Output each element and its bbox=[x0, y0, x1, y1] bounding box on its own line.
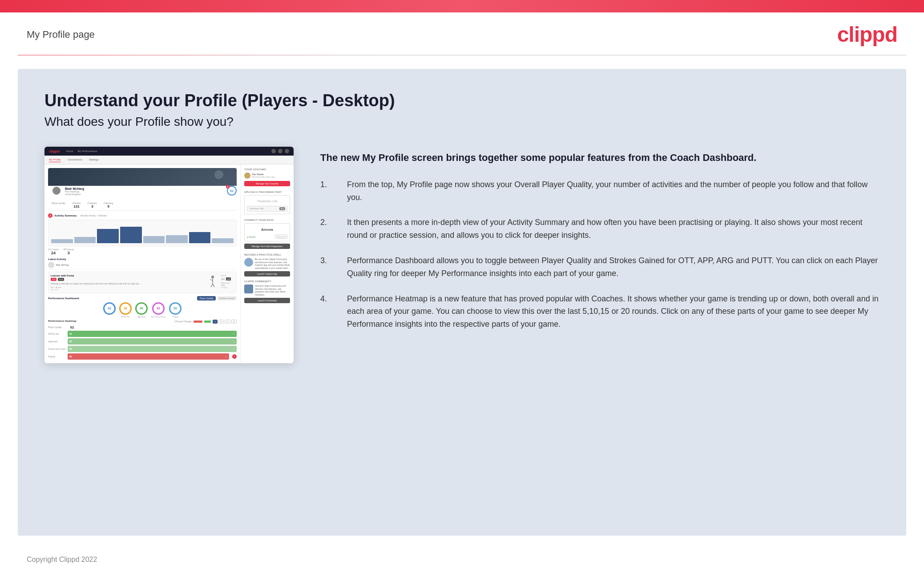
list-item-3-text: Performance Dashboard allows you to togg… bbox=[347, 254, 880, 280]
mock-heatmap-putt-bar-text: 96 bbox=[69, 355, 72, 358]
mock-ring-90[interactable]: 90 bbox=[119, 302, 132, 315]
mock-nav-icon-3 bbox=[285, 149, 289, 153]
mock-round-15[interactable]: 15 bbox=[225, 320, 230, 324]
mock-toggle-sg[interactable]: Strokes Gained bbox=[217, 296, 237, 301]
mock-5round-label: 5 Round Change: bbox=[174, 320, 192, 323]
mock-bar-1 bbox=[51, 239, 73, 243]
mock-ring-96-label: Putting bbox=[169, 316, 182, 318]
mock-toggle-btns: Player Quality Strokes Gained bbox=[197, 296, 237, 301]
mock-nav-home: Home bbox=[66, 150, 73, 152]
mock-heatmap-row-ott: Off the Tee 90 ↑↓ bbox=[48, 331, 237, 337]
mock-heatmap-title: Performance Heatmap bbox=[48, 320, 77, 322]
mock-community-title: Clippd Community bbox=[244, 280, 290, 283]
mock-disconnect-btn[interactable]: Disconnect bbox=[275, 235, 287, 239]
mock-ring-86[interactable]: 86 bbox=[152, 302, 165, 315]
mock-ring-app: 85 Approach bbox=[135, 302, 148, 318]
mock-round-5[interactable]: 5 bbox=[213, 320, 217, 324]
mock-heatmap-pq-value: 92 bbox=[68, 325, 77, 329]
mock-courses-row: On Course 24 Off Course 3 bbox=[48, 248, 237, 255]
mock-coach-item: Dan Davies Burnhopside Golf Club bbox=[244, 172, 290, 179]
mock-nav-performance: My Performance bbox=[78, 150, 97, 152]
mock-ring-90-label: Off the Tee bbox=[119, 316, 132, 318]
footer: Copyright Clippd 2022 bbox=[0, 549, 924, 570]
mock-lesson-image-count: 1 Image bbox=[221, 286, 234, 288]
mock-on-course-value: 24 bbox=[48, 251, 59, 255]
mock-activity-text-1: Blair McHarg bbox=[56, 264, 69, 266]
mock-lesson-lesson-label: Lesson bbox=[221, 274, 234, 276]
mock-arccos-logo: Arccos bbox=[247, 226, 287, 233]
mock-heatmap-app-bar: 85 ↑↓ bbox=[68, 338, 237, 345]
mock-trackman-add-btn[interactable]: Add bbox=[279, 207, 285, 210]
mock-heatmap-row-app: Approach 85 ↑↓ bbox=[48, 338, 237, 345]
mock-ring-85-label: Approach bbox=[135, 316, 148, 318]
mock-heatmap-putt-label: Putting bbox=[48, 355, 66, 358]
mock-lesson-right: Lesson golf golf Videos and Video 1 Imag… bbox=[221, 274, 234, 291]
mock-stat-following-value: 5 bbox=[104, 204, 113, 208]
mock-bar-3 bbox=[97, 229, 119, 243]
mock-round-10[interactable]: 10 bbox=[218, 320, 224, 324]
mock-location: United Kingdom bbox=[65, 193, 223, 196]
mock-nav-links: Home My Performance bbox=[66, 150, 265, 152]
mock-activity-title: Activity Summary bbox=[54, 214, 77, 217]
top-bar bbox=[0, 0, 924, 12]
logo: clippd bbox=[837, 22, 897, 47]
mock-manage-integrations-btn[interactable]: Manage Your Data Integrations bbox=[244, 244, 290, 249]
mock-ring-arg: 86 Around the Green bbox=[151, 302, 165, 318]
mock-ring-92[interactable]: 92 bbox=[103, 302, 116, 315]
mock-community-desc: Visit the Clippd Community and discover … bbox=[255, 284, 290, 296]
mock-subnav-myprofile: My Profile bbox=[49, 157, 61, 162]
mock-community-thumb bbox=[244, 284, 253, 293]
mock-trackman-input[interactable]: Trackman Link Add bbox=[247, 206, 287, 212]
mock-heatmap-pq-label: Player Quality bbox=[48, 326, 66, 329]
list-item-4-text: Performance Heatmap is a new feature tha… bbox=[347, 293, 880, 331]
mock-ring-ott: 90 Off the Tee bbox=[119, 302, 132, 318]
mock-ring-85[interactable]: 85 bbox=[135, 302, 148, 315]
mock-drill-item: Be one of the Clippd Community and disco… bbox=[244, 258, 290, 269]
mock-change-red-bar bbox=[194, 321, 202, 323]
mock-round-btns: 5 10 15 20 bbox=[213, 320, 237, 324]
content-title: Understand your Profile (Players - Deskt… bbox=[44, 91, 880, 110]
mock-activity-icon-1 bbox=[48, 262, 54, 268]
svg-line-3 bbox=[211, 284, 213, 287]
mock-lesson-tag-2: Golf bbox=[58, 278, 64, 281]
text-column: The new My Profile screen brings togethe… bbox=[320, 147, 880, 343]
mock-subnav: My Profile Connections Settings bbox=[44, 156, 294, 164]
mock-lesson-figure bbox=[207, 274, 218, 291]
mock-heatmap-row-pq: Player Quality 92 bbox=[48, 325, 237, 329]
mock-heatmap-section: Performance Heatmap 5 Round Change: 5 10… bbox=[48, 320, 237, 360]
mock-manage-coaches-btn[interactable]: Manage Your Coaches bbox=[244, 181, 290, 186]
mock-heatmap-arg-arrow: ↑↓ bbox=[233, 348, 235, 350]
main-content: Understand your Profile (Players - Deskt… bbox=[18, 69, 906, 536]
mock-community-btn[interactable]: Launch Community bbox=[244, 298, 290, 303]
golfer-icon bbox=[208, 276, 217, 289]
mock-lesson-chip-1: golf bbox=[221, 277, 225, 280]
mock-bar-7 bbox=[189, 232, 211, 243]
mock-off-course: Off Course 3 bbox=[63, 248, 74, 255]
mock-activity-item-1: Blair McHarg bbox=[48, 260, 237, 270]
mock-bar-2 bbox=[74, 237, 96, 243]
mock-toggle-pq[interactable]: Player Quality bbox=[197, 296, 215, 301]
mock-heatmap-putt-bar: 96 ↑↓ bbox=[68, 353, 229, 360]
list-item-1: From the top, My Profile page now shows … bbox=[320, 178, 880, 204]
mock-heatmap-ott-label: Off the Tee bbox=[48, 333, 66, 335]
list-item-2: It then presents a more in-depth view of… bbox=[320, 216, 880, 242]
mock-quality-value: 92 bbox=[230, 189, 234, 192]
mock-nav-icon-1 bbox=[271, 149, 276, 153]
mock-connect-name: ● Arccos bbox=[247, 236, 255, 238]
mock-nav: clippd Home My Performance bbox=[44, 147, 294, 156]
mock-drill-desc: Be one of the Clippd Community and disco… bbox=[255, 258, 290, 269]
mock-on-course: On Course 24 bbox=[48, 248, 59, 255]
mock-trackman-section: Upload a Trackman Test Trackman Link Tra… bbox=[244, 191, 290, 214]
mock-bar-8 bbox=[212, 238, 234, 244]
mock-community-item: Visit the Clippd Community and discover … bbox=[244, 284, 290, 296]
mock-ring-96[interactable]: 96 bbox=[169, 302, 182, 315]
mock-coaches-title: Your Coaches bbox=[244, 168, 290, 171]
header-divider bbox=[18, 55, 906, 56]
content-subtitle: What does your Profile show you? bbox=[44, 115, 880, 129]
mock-drill-btn[interactable]: Launch Capture App bbox=[244, 271, 290, 276]
footer-text: Copyright Clippd 2022 bbox=[27, 556, 97, 563]
mock-bar-6 bbox=[166, 235, 188, 243]
mock-round-20[interactable]: 20 bbox=[231, 320, 237, 324]
mock-latest-activity-section: Latest Activity Blair McHarg bbox=[48, 258, 237, 270]
mock-lesson-tag-1: Golf bbox=[51, 278, 56, 281]
